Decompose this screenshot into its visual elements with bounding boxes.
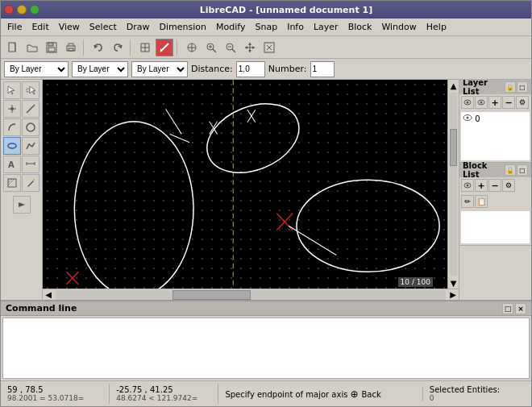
svg-rect-0 [9, 43, 15, 52]
svg-line-16 [213, 49, 216, 52]
layer-list-icons: 🔒 □ [505, 81, 528, 93]
pan-button[interactable] [241, 39, 259, 56]
ellipse-tool[interactable] [3, 137, 21, 155]
svg-point-63 [467, 102, 469, 104]
next-tools-button[interactable] [13, 196, 31, 214]
layer-select[interactable]: By Layer [4, 61, 69, 77]
grid-button[interactable] [136, 39, 154, 56]
maximize-button[interactable] [30, 5, 39, 15]
svg-point-37 [8, 143, 16, 148]
status-coords-2: -25.75 , 41.25 48.6274 < 121.9742= [110, 384, 218, 404]
menu-help[interactable]: Help [422, 20, 451, 34]
h-scroll-track[interactable] [56, 290, 446, 300]
arc-tool[interactable] [3, 118, 21, 136]
layer-settings-btn[interactable]: ⚙ [516, 96, 529, 109]
menu-window[interactable]: Window [376, 20, 421, 34]
circle-tool[interactable] [22, 118, 39, 136]
select-cross-tool[interactable] [22, 81, 39, 99]
layer-toolbar: + − ⚙ [459, 94, 531, 110]
polyline-tool[interactable] [22, 137, 39, 155]
menu-layer[interactable]: Layer [309, 20, 343, 34]
svg-line-56 [169, 134, 189, 142]
block-insert-btn[interactable]: 📋 [475, 195, 488, 208]
layer-list-title: Layer List [463, 80, 505, 96]
vertical-scrollbar[interactable]: ▲ ▼ [447, 80, 459, 289]
save-button[interactable] [43, 39, 60, 56]
menu-block[interactable]: Block [343, 20, 377, 34]
command-header-icons: □ × [502, 303, 526, 314]
h-scroll-thumb[interactable] [172, 290, 251, 300]
menu-edit[interactable]: Edit [27, 20, 53, 34]
text-tool[interactable]: A [3, 156, 21, 173]
v-scroll-track[interactable] [450, 93, 457, 276]
toolbar-separator-1 [83, 39, 86, 56]
command-area: Command line □ × [1, 300, 531, 380]
distance-input[interactable] [236, 61, 265, 77]
command-minimize-icon[interactable]: □ [502, 303, 513, 314]
minimize-button[interactable] [17, 5, 27, 15]
menu-select[interactable]: Select [85, 20, 122, 34]
layer-add-btn[interactable]: + [488, 96, 501, 109]
cursor-icon: ⊕ [351, 388, 362, 400]
status-coords-1: 59 , 78.5 98.2001 = 53.0718= [1, 384, 110, 404]
line-tool[interactable] [22, 100, 39, 118]
rel-coord-line-2: 48.6274 < 121.9742= [116, 394, 211, 402]
menu-draw[interactable]: Draw [122, 20, 155, 34]
menu-view[interactable]: View [54, 20, 85, 34]
zoom-out-button[interactable] [222, 39, 239, 56]
svg-marker-46 [19, 202, 25, 207]
block-toolbar: + − ⚙ [459, 177, 531, 193]
menu-dimension[interactable]: Dimension [155, 20, 211, 34]
layer-list-float[interactable]: □ [517, 81, 528, 93]
zoom-button[interactable] [202, 39, 220, 56]
svg-marker-22 [248, 43, 251, 45]
linetype-select[interactable]: By Layer [131, 61, 188, 77]
menu-info[interactable]: Info [282, 20, 309, 34]
redo-button[interactable] [109, 39, 127, 56]
svg-rect-5 [69, 48, 73, 51]
dimension-tool[interactable] [22, 156, 39, 173]
block-add-btn[interactable]: + [475, 179, 488, 192]
canvas-position: 10 / 100 [398, 277, 433, 287]
svg-text:A: A [8, 160, 15, 169]
right-panel: Layer List 🔒 □ + − ⚙ [459, 80, 531, 300]
layer-list-lock[interactable]: 🔒 [505, 81, 516, 93]
command-output[interactable] [2, 318, 530, 379]
select-tool[interactable] [3, 81, 21, 99]
new-button[interactable] [4, 39, 22, 56]
menu-modify[interactable]: Modify [211, 20, 250, 34]
number-input[interactable] [310, 61, 335, 77]
block-visible-btn[interactable] [461, 179, 474, 192]
draw-mode-button[interactable] [156, 39, 173, 56]
print-button[interactable] [62, 39, 80, 56]
horizontal-scrollbar[interactable]: ◀ ▶ [43, 289, 459, 300]
block-settings-btn[interactable]: ⚙ [502, 179, 515, 192]
point-tool[interactable] [3, 100, 21, 118]
block-remove-btn[interactable]: − [488, 179, 501, 192]
menu-snap[interactable]: Snap [250, 20, 282, 34]
menu-file[interactable]: File [2, 20, 27, 34]
block-list-lock[interactable]: 🔒 [505, 164, 516, 176]
layer-visible-btn2[interactable] [475, 96, 488, 109]
drawing-canvas[interactable]: 10 / 100 [43, 80, 447, 289]
hatch-tool[interactable] [3, 174, 21, 192]
command-close-icon[interactable]: × [515, 303, 526, 314]
modify-tool[interactable] [22, 174, 39, 192]
svg-point-30 [10, 107, 14, 110]
layer-visible-btn[interactable] [461, 96, 474, 109]
color-select[interactable]: By Layer [72, 61, 128, 77]
block-edit-btn[interactable]: ✏ [461, 195, 474, 208]
v-scroll-thumb[interactable] [450, 129, 457, 165]
fit-button[interactable] [260, 39, 278, 56]
svg-marker-29 [30, 86, 35, 94]
block-list-float[interactable]: □ [517, 164, 528, 176]
command-title: Command line [6, 303, 77, 314]
block-list-title: Block List [463, 161, 505, 179]
block-toolbar-2: ✏ 📋 [459, 193, 531, 210]
svg-point-50 [198, 91, 309, 185]
snap-button[interactable] [183, 39, 201, 56]
layer-remove-btn[interactable]: − [502, 96, 515, 109]
undo-button[interactable] [89, 39, 107, 56]
close-button[interactable] [4, 5, 14, 15]
open-button[interactable] [23, 39, 41, 56]
